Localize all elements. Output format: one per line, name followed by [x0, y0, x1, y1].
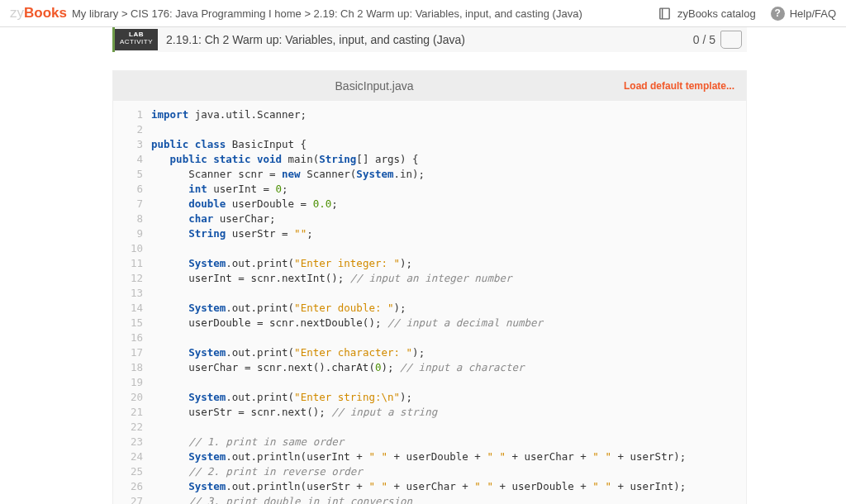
code-content[interactable]	[151, 122, 746, 137]
line-number: 15	[113, 316, 151, 330]
code-line[interactable]: 4 public static void main(String[] args)…	[113, 152, 746, 167]
help-link[interactable]: ? Help/FAQ	[771, 7, 836, 21]
code-line[interactable]: 22	[113, 420, 746, 435]
code-line[interactable]: 11 System.out.print("Enter integer: ");	[113, 256, 746, 271]
code-content[interactable]: System.out.print("Enter character: ");	[151, 345, 746, 360]
activity-score: 0 / 5	[693, 31, 747, 49]
code-line[interactable]: 21 userStr = scnr.next(); // input a str…	[113, 405, 746, 420]
code-line[interactable]: 27 // 3. print double in int conversion	[113, 494, 746, 504]
code-content[interactable]: userInt = scnr.nextInt(); // input an in…	[151, 271, 746, 286]
line-number: 17	[113, 345, 151, 360]
code-editor[interactable]: 1import java.util.Scanner;23public class…	[113, 101, 746, 504]
help-icon: ?	[771, 7, 785, 21]
line-number: 18	[113, 360, 151, 375]
code-line[interactable]: 16	[113, 330, 746, 345]
catalog-link[interactable]: zyBooks catalog	[658, 6, 756, 21]
line-number: 26	[113, 479, 151, 494]
file-title: BasicInput.java	[125, 79, 624, 93]
line-number: 1	[113, 107, 151, 122]
top-bar: zyBooks My library > CIS 176: Java Progr…	[0, 0, 846, 27]
line-number: 21	[113, 405, 151, 420]
code-content[interactable]: Scanner scnr = new Scanner(System.in);	[151, 167, 746, 182]
code-line[interactable]: 3public class BasicInput {	[113, 137, 746, 152]
code-line[interactable]: 23 // 1. print in same order	[113, 435, 746, 449]
code-content[interactable]: public static void main(String[] args) {	[151, 152, 746, 167]
logo-prefix: zy	[10, 5, 24, 21]
code-content[interactable]: // 3. print double in int conversion	[151, 494, 746, 504]
logo[interactable]: zyBooks	[10, 5, 67, 21]
activity-badge: LAB ACTIVITY	[115, 29, 158, 50]
breadcrumb[interactable]: My library > CIS 176: Java Programming I…	[72, 7, 658, 20]
code-content[interactable]: userStr = scnr.next(); // input a string	[151, 405, 746, 420]
line-number: 25	[113, 464, 151, 479]
code-content[interactable]: // 1. print in same order	[151, 435, 746, 449]
code-content[interactable]: // 2. print in reverse order	[151, 464, 746, 479]
code-line[interactable]: 18 userChar = scnr.next().charAt(0); // …	[113, 360, 746, 375]
catalog-label: zyBooks catalog	[677, 7, 756, 20]
code-content[interactable]	[151, 241, 746, 256]
code-line[interactable]: 5 Scanner scnr = new Scanner(System.in);	[113, 167, 746, 182]
line-number: 24	[113, 449, 151, 464]
code-content[interactable]: System.out.print("Enter integer: ");	[151, 256, 746, 271]
code-line[interactable]: 6 int userInt = 0;	[113, 182, 746, 197]
line-number: 20	[113, 390, 151, 405]
code-line[interactable]: 10	[113, 241, 746, 256]
code-content[interactable]: System.out.println(userStr + " " + userC…	[151, 479, 746, 494]
line-number: 8	[113, 212, 151, 226]
line-number: 2	[113, 122, 151, 137]
svg-rect-0	[660, 8, 669, 19]
code-content[interactable]: System.out.print("Enter double: ");	[151, 301, 746, 316]
line-number: 9	[113, 226, 151, 241]
code-line[interactable]: 2	[113, 122, 746, 137]
line-number: 12	[113, 271, 151, 286]
activity-header: LAB ACTIVITY 2.19.1: Ch 2 Warm up: Varia…	[112, 27, 747, 52]
code-line[interactable]: 12 userInt = scnr.nextInt(); // input an…	[113, 271, 746, 286]
code-content[interactable]: userChar = scnr.next().charAt(0); // inp…	[151, 360, 746, 375]
code-line[interactable]: 1import java.util.Scanner;	[113, 107, 746, 122]
badge-line2: ACTIVITY	[120, 39, 153, 46]
code-line[interactable]: 25 // 2. print in reverse order	[113, 464, 746, 479]
line-number: 14	[113, 301, 151, 316]
code-line[interactable]: 14 System.out.print("Enter double: ");	[113, 301, 746, 316]
code-content[interactable]: System.out.println(userInt + " " + userD…	[151, 449, 746, 464]
code-content[interactable]: double userDouble = 0.0;	[151, 197, 746, 212]
code-content[interactable]	[151, 420, 746, 435]
line-number: 7	[113, 197, 151, 212]
score-text: 0 / 5	[693, 33, 715, 46]
code-line[interactable]: 13	[113, 286, 746, 301]
code-content[interactable]: public class BasicInput {	[151, 137, 746, 152]
code-content[interactable]	[151, 375, 746, 390]
line-number: 19	[113, 375, 151, 390]
code-content[interactable]: String userStr = "";	[151, 226, 746, 241]
code-content[interactable]	[151, 330, 746, 345]
code-content[interactable]: char userChar;	[151, 212, 746, 226]
content-column: LAB ACTIVITY 2.19.1: Ch 2 Warm up: Varia…	[112, 27, 747, 504]
code-line[interactable]: 24 System.out.println(userInt + " " + us…	[113, 449, 746, 464]
line-number: 23	[113, 435, 151, 449]
book-icon	[658, 6, 673, 21]
line-number: 5	[113, 167, 151, 182]
line-number: 6	[113, 182, 151, 197]
code-content[interactable]: int userInt = 0;	[151, 182, 746, 197]
code-content[interactable]	[151, 286, 746, 301]
load-template-button[interactable]: Load default template...	[624, 80, 734, 92]
code-line[interactable]: 26 System.out.println(userStr + " " + us…	[113, 479, 746, 494]
page-wrap: LAB ACTIVITY 2.19.1: Ch 2 Warm up: Varia…	[0, 27, 846, 504]
code-content[interactable]: System.out.print("Enter string:\n");	[151, 390, 746, 405]
code-line[interactable]: 9 String userStr = "";	[113, 226, 746, 241]
line-number: 22	[113, 420, 151, 435]
activity-title: 2.19.1: Ch 2 Warm up: Variables, input, …	[158, 33, 693, 46]
editor-panel: BasicInput.java Load default template...…	[112, 70, 747, 504]
line-number: 10	[113, 241, 151, 256]
code-line[interactable]: 15 userDouble = scnr.nextDouble(); // in…	[113, 316, 746, 330]
code-line[interactable]: 17 System.out.print("Enter character: ")…	[113, 345, 746, 360]
line-number: 27	[113, 494, 151, 504]
logo-main: Books	[24, 5, 67, 21]
code-line[interactable]: 19	[113, 375, 746, 390]
code-content[interactable]: import java.util.Scanner;	[151, 107, 746, 122]
code-line[interactable]: 8 char userChar;	[113, 212, 746, 226]
code-line[interactable]: 7 double userDouble = 0.0;	[113, 197, 746, 212]
code-line[interactable]: 20 System.out.print("Enter string:\n");	[113, 390, 746, 405]
editor-header: BasicInput.java Load default template...	[113, 71, 746, 101]
code-content[interactable]: userDouble = scnr.nextDouble(); // input…	[151, 316, 746, 330]
